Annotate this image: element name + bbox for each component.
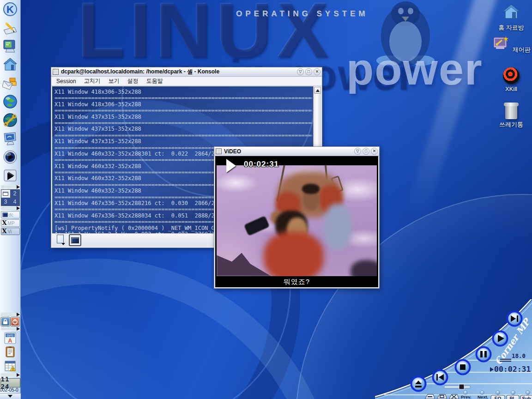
- subtitle-text: 뭐였죠?: [284, 278, 310, 286]
- svg-text:★: ★: [503, 35, 509, 42]
- seek-slider-track[interactable]: [444, 386, 470, 388]
- eq-button[interactable]: EQ: [491, 395, 505, 399]
- kicker-panel: K: [0, 0, 21, 399]
- desktop-icon-label: 쓰레기통: [499, 121, 523, 129]
- launcher-mplayer[interactable]: [2, 167, 18, 184]
- stop-button[interactable]: [455, 359, 471, 375]
- panel-clock-date: 002-05-0: [0, 387, 21, 393]
- prev-track-dot[interactable]: [464, 391, 467, 394]
- seek-slider-handle[interactable]: [459, 384, 464, 389]
- launcher-kwrite[interactable]: [2, 19, 18, 36]
- svg-text:아미: 아미: [7, 334, 13, 337]
- launcher-home[interactable]: [2, 56, 18, 73]
- desktop-icon-trash[interactable]: 쓰레기통: [491, 104, 531, 129]
- pager-desktop-1[interactable]: [1, 190, 10, 198]
- shade-button[interactable]: ▽: [297, 68, 304, 75]
- video-canvas[interactable]: 00:02:31 뭐였죠?: [215, 156, 378, 287]
- video-titlebar[interactable]: ViDEO ▽ □ ✕: [214, 147, 379, 156]
- launcher-konqueror[interactable]: [2, 93, 18, 110]
- next-button[interactable]: [507, 311, 523, 327]
- wallpaper-light-streak: [405, 0, 499, 219]
- shade-button[interactable]: ▽: [354, 148, 361, 155]
- panel-handle[interactable]: [1, 185, 20, 189]
- menu-settings[interactable]: 설정: [127, 77, 139, 85]
- panel-clock[interactable]: 11 24: [0, 378, 20, 387]
- taskbar-item-mplayer[interactable]: X MP: [1, 219, 20, 227]
- next-label[interactable]: Next.: [478, 394, 488, 399]
- svg-text:EQ: EQ: [495, 396, 502, 399]
- play-button[interactable]: [492, 331, 508, 347]
- lock-screen-button[interactable]: [1, 317, 10, 326]
- menu-session[interactable]: Session: [56, 78, 76, 85]
- home-folder-icon: [502, 4, 520, 20]
- launcher-display[interactable]: [2, 130, 18, 147]
- pager-desktop-3[interactable]: 3: [1, 198, 10, 206]
- task-label: Vi: [8, 229, 12, 234]
- osd-timestamp: 00:02:31: [244, 160, 279, 169]
- osd-play-icon: [226, 159, 236, 173]
- taskbar-item-konsole[interactable]: dc: [1, 211, 20, 218]
- corner-mp-player: Corner MP: [375, 299, 532, 399]
- panel-handle[interactable]: [1, 327, 20, 331]
- desktop-icon-xkill[interactable]: XKill: [491, 67, 531, 93]
- menu-edit[interactable]: 고치기: [84, 77, 101, 85]
- desktop-icon-label: 홈 자료방: [498, 24, 524, 32]
- desktop-icon-label: 제어판: [513, 46, 531, 54]
- launcher-kmenu[interactable]: K: [2, 1, 18, 18]
- close-button[interactable]: ✕: [314, 68, 320, 75]
- pager-desktop-2[interactable]: 2: [11, 190, 19, 198]
- maximize-button[interactable]: □: [305, 68, 312, 75]
- scroll-up-button[interactable]: [314, 87, 321, 94]
- power-icon: [12, 319, 18, 325]
- subtitle-button[interactable]: Sub: [520, 395, 532, 399]
- wallpaper-power-text: power: [346, 43, 483, 95]
- session-tab-shell[interactable]: [69, 234, 81, 246]
- konsole-titlebar[interactable]: dcpark@localhost.localdomain: /home/dcpa…: [51, 67, 322, 77]
- konsole-menubar: Session 고치기 보기 설정 도움말: [51, 77, 322, 86]
- terminal-line: X11 Window 418x306-352x288: [54, 102, 312, 108]
- prev-label[interactable]: Prev.: [461, 394, 472, 399]
- terminal-line: ========================================…: [54, 133, 312, 139]
- menu-help[interactable]: 도움말: [146, 77, 163, 85]
- tray-ami-launcher[interactable]: 아미 A: [4, 332, 16, 344]
- launcher-kmail[interactable]: [2, 75, 18, 91]
- terminal-line: X11 Window 437x315-352x288: [54, 126, 312, 132]
- launcher-settings-globe[interactable]: [2, 112, 18, 128]
- pager-desktop-4[interactable]: 4: [11, 198, 19, 206]
- next-track-dot[interactable]: [480, 391, 484, 394]
- playlist-button[interactable]: PL: [507, 395, 519, 399]
- video-window: ViDEO ▽ □ ✕: [214, 146, 380, 289]
- tray-calendar-launcher[interactable]: !: [4, 360, 16, 372]
- launcher-konsole[interactable]: [2, 38, 18, 54]
- tray-clipboard-launcher[interactable]: [4, 346, 16, 358]
- logout-button[interactable]: [11, 317, 19, 326]
- panel-hide-button[interactable]: [0, 393, 21, 399]
- x11-app-icon: X: [2, 221, 7, 225]
- close-button[interactable]: ✕: [371, 148, 378, 155]
- taskbar-item-video[interactable]: X Vi: [1, 228, 20, 235]
- player-volume: 18.0: [512, 352, 526, 359]
- desktop-pager: 2 3 4: [1, 189, 20, 206]
- prev-button[interactable]: [432, 369, 448, 386]
- padlock-icon: [2, 319, 8, 325]
- launcher-media-player-round[interactable]: [2, 149, 18, 165]
- eject-button[interactable]: [411, 376, 427, 392]
- panel-handle[interactable]: [1, 206, 20, 210]
- new-session-button[interactable]: [56, 235, 65, 246]
- desktop-icon-control-panel[interactable]: ★ 제어판: [491, 35, 531, 54]
- menu-view[interactable]: 보기: [109, 77, 120, 85]
- panel-handle[interactable]: [1, 313, 20, 316]
- eq-led: [496, 391, 500, 395]
- terminal-line: X11 Window 418x306-352x288: [54, 89, 312, 95]
- terminal-line: ========================================…: [54, 95, 312, 101]
- desktop-icon-home[interactable]: 홈 자료방: [491, 4, 531, 32]
- svg-text:A: A: [8, 337, 12, 344]
- terminal-line: ========================================…: [54, 120, 312, 126]
- window-title: ViDEO: [224, 148, 353, 155]
- pause-button[interactable]: [476, 346, 492, 363]
- desktop: LINUX penguin power power OPERATING SYST…: [0, 0, 532, 399]
- terminal-line: X11 Window 437x315-352x288: [54, 114, 312, 120]
- x11-app-icon: X: [2, 229, 7, 234]
- maximize-button[interactable]: □: [363, 148, 369, 155]
- panel-handle[interactable]: [1, 373, 20, 377]
